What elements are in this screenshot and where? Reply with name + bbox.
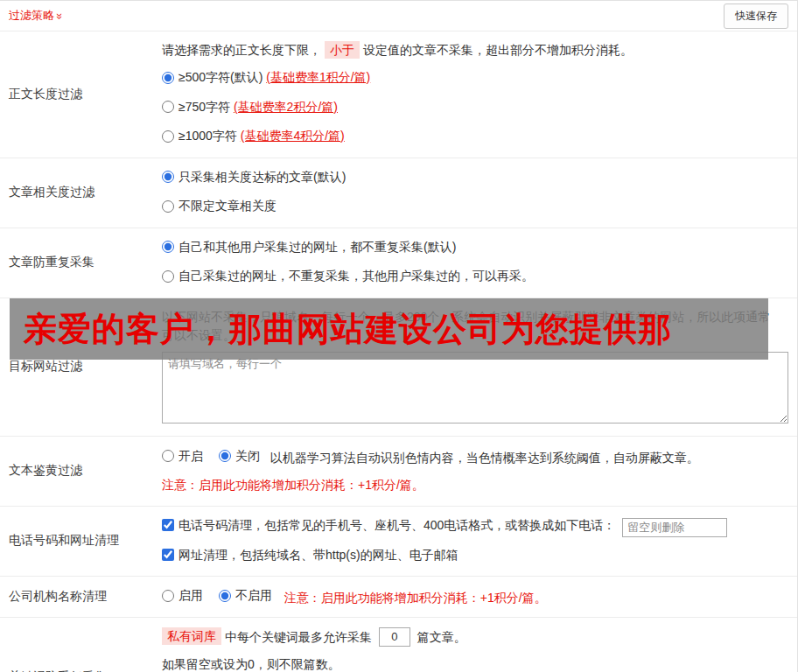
replacement-phone-input[interactable]: [622, 518, 727, 537]
radio-relevance-any[interactable]: 不限定文章相关度: [162, 197, 276, 215]
porn-filter-warning: 注意：启用此功能将增加积分消耗：+1积分/篇。: [162, 476, 788, 494]
watermark-text: 亲爱的客户，那曲网站建设公司为您提供那: [10, 307, 672, 352]
excluded-domains-textarea[interactable]: [162, 352, 788, 424]
radio-company-off[interactable]: 不启用: [219, 586, 272, 605]
checkbox-phone-cleanup[interactable]: 电话号码清理，包括常见的手机号、座机号、400电话格式，或替换成如下电话：: [162, 516, 615, 535]
radio-label: 只采集相关度达标的文章(默认): [178, 168, 346, 186]
intro-text-tail: 设定值的文章不采集，超出部分不增加积分消耗。: [363, 43, 633, 57]
radio-dedup-self-only[interactable]: 自己采集过的网址，不重复采集，其他用户采集过的，可以再采。: [162, 267, 534, 285]
radio-length-750-input[interactable]: [162, 101, 174, 113]
radio-label: ≥1000字符: [178, 127, 237, 145]
row-relevance-filter: 文章相关度过滤 只采集相关度达标的文章(默认) 不限定文章相关度: [0, 158, 797, 228]
radio-label: 关闭: [235, 447, 260, 466]
radio-company-on[interactable]: 启用: [162, 586, 203, 605]
row-keyword-dedup: 关键词防重复采集 私有词库中每个关键词最多允许采集 篇文章。 如果留空或设为0，…: [0, 618, 797, 672]
radio-label: 不限定文章相关度: [178, 197, 276, 215]
radio-length-500-input[interactable]: [162, 72, 174, 84]
checkbox-url-cleanup-input[interactable]: [162, 549, 174, 561]
row-label: 目标网站过滤: [0, 359, 162, 374]
panel-title-toggle[interactable]: 过滤策略 »: [9, 8, 63, 24]
radio-label: 开启: [178, 447, 203, 466]
watermark-overlay: 亲爱的客户，那曲网站建设公司为您提供那: [10, 298, 768, 360]
private-thesaurus-highlight: 私有词库: [162, 627, 221, 645]
panel-title: 过滤策略: [9, 8, 54, 24]
porn-filter-desc: 以机器学习算法自动识别色情内容，当色情概率达到系统阈值，自动屏蔽文章。: [270, 451, 699, 465]
less-than-highlight: 小于: [325, 41, 360, 59]
radio-company-on-input[interactable]: [162, 590, 174, 602]
keyword-max-count-input[interactable]: [379, 627, 410, 647]
company-cleanup-warning: 注意：启用此功能将增加积分消耗：+1积分/篇。: [284, 591, 547, 605]
radio-length-500[interactable]: ≥500字符(默认) (基础费率1积分/篇): [162, 68, 370, 87]
checkbox-label: 网址清理，包括纯域名、带http(s)的网址、电子邮箱: [178, 546, 458, 564]
row-phone-url-cleanup: 电话号码和网址清理 电话号码清理，包括常见的手机号、座机号、400电话格式，或替…: [0, 507, 797, 578]
row-body-length-filter: 正文长度过滤 请选择需求的正文长度下限，小于设定值的文章不采集，超出部分不增加积…: [0, 32, 797, 158]
row-dedup-filter: 文章防重复采集 自己和其他用户采集过的网址，都不重复采集(默认) 自己采集过的网…: [0, 228, 797, 298]
row-label: 文章相关度过滤: [0, 185, 162, 200]
keyword-note-zero: 如果留空或设为0，则不限篇数。: [162, 655, 788, 672]
row-label: 电话号码和网址清理: [0, 533, 162, 549]
radio-dedup-self-only-input[interactable]: [162, 270, 174, 283]
row-label: 公司机构名称清理: [0, 589, 162, 605]
radio-label: 自己采集过的网址，不重复采集，其他用户采集过的，可以再采。: [178, 267, 534, 285]
row-label: 正文长度过滤: [0, 87, 162, 102]
radio-relevance-any-input[interactable]: [162, 200, 174, 213]
checkbox-url-cleanup[interactable]: 网址清理，包括纯域名、带http(s)的网址、电子邮箱: [162, 546, 458, 564]
row-label: 文章防重复采集: [0, 255, 162, 270]
row-porn-filter: 文本鉴黄过滤 开启 关闭 以机器学习算法自动识别色情内容，当色情概率达到系统阈值…: [0, 437, 797, 507]
panel-header: 过滤策略 » 快速保存: [0, 1, 797, 32]
rate-note: (基础费率2积分/篇): [234, 98, 338, 116]
radio-porn-off-input[interactable]: [219, 450, 231, 462]
chevron-down-icon: »: [54, 12, 66, 18]
radio-company-off-input[interactable]: [219, 590, 231, 602]
row-label: 文本鉴黄过滤: [0, 463, 162, 479]
checkbox-phone-cleanup-input[interactable]: [162, 519, 174, 531]
rate-note: (基础费率1积分/篇): [266, 68, 370, 87]
radio-porn-on-input[interactable]: [162, 450, 174, 462]
radio-dedup-all-users-input[interactable]: [162, 241, 174, 253]
radio-length-1000[interactable]: ≥1000字符 (基础费率4积分/篇): [162, 127, 345, 145]
radio-label: 自己和其他用户采集过的网址，都不重复采集(默认): [178, 238, 456, 256]
quick-save-button[interactable]: 快速保存: [724, 4, 788, 29]
radio-label: ≥500字符(默认): [178, 68, 262, 87]
keyword-limit-text: 中每个关键词最多允许采集: [225, 629, 372, 643]
radio-relevance-strict-input[interactable]: [162, 171, 174, 183]
checkbox-label: 电话号码清理，包括常见的手机号、座机号、400电话格式，或替换成如下电话：: [178, 516, 615, 535]
radio-porn-on[interactable]: 开启: [162, 447, 203, 466]
rate-note: (基础费率4积分/篇): [241, 127, 345, 145]
intro-text: 请选择需求的正文长度下限，: [162, 43, 321, 57]
row-company-name-cleanup: 公司机构名称清理 启用 不启用 注意：启用此功能将增加积分消耗：+1积分/篇。: [0, 577, 797, 618]
radio-label: 不启用: [235, 586, 272, 605]
radio-length-1000-input[interactable]: [162, 130, 174, 143]
radio-relevance-strict[interactable]: 只采集相关度达标的文章(默认): [162, 168, 346, 186]
radio-length-750[interactable]: ≥750字符 (基础费率2积分/篇): [162, 98, 338, 116]
radio-label: 启用: [178, 586, 203, 605]
keyword-limit-text-tail: 篇文章。: [417, 629, 466, 643]
radio-dedup-all-users[interactable]: 自己和其他用户采集过的网址，都不重复采集(默认): [162, 238, 456, 256]
radio-label: ≥750字符: [178, 98, 230, 116]
body-length-intro: 请选择需求的正文长度下限，小于设定值的文章不采集，超出部分不增加积分消耗。: [162, 41, 788, 60]
radio-porn-off[interactable]: 关闭: [219, 447, 260, 466]
